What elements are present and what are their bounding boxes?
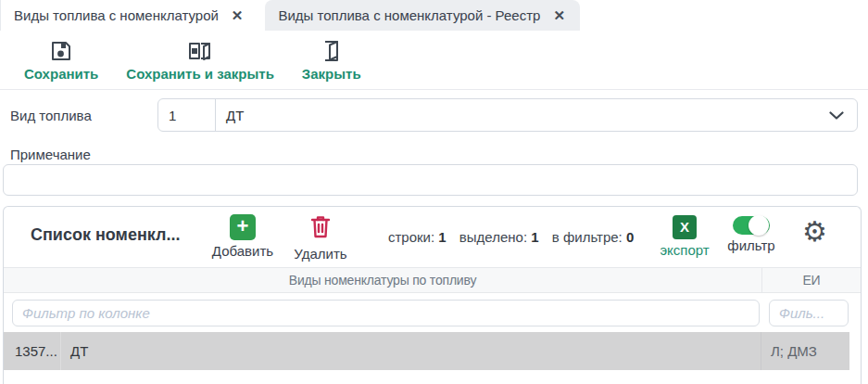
save-and-close-label: Сохранить и закрыть xyxy=(126,66,274,82)
gear-icon[interactable]: ⚙ xyxy=(802,218,827,246)
row-id-cell: 1357... xyxy=(4,332,61,370)
rows-count-label: строки: xyxy=(388,229,434,245)
column-header-unit[interactable]: ЕИ xyxy=(762,268,861,292)
column-header-nomenclature[interactable]: Виды номенклатуры по топливу xyxy=(4,268,762,292)
row-unit-cell: Л; ДМЗ xyxy=(761,332,849,370)
save-and-close-button[interactable]: Сохранить и закрыть xyxy=(126,39,274,82)
add-button[interactable]: + Добавить xyxy=(201,214,284,259)
panel-title: Список номенкл... xyxy=(31,225,180,245)
table-row[interactable]: 1357... ДТ Л; ДМЗ xyxy=(4,332,861,370)
tab-label: Виды топлива с номенклатурой - Реестр xyxy=(278,7,540,23)
in-filter-count-label: в фильтре: xyxy=(552,229,623,245)
delete-button[interactable]: Удалить xyxy=(279,214,362,262)
trash-icon xyxy=(309,214,332,243)
fuel-type-combobox[interactable]: 1 ДТ xyxy=(157,98,858,132)
table-header: Виды номенклатуры по топливу ЕИ xyxy=(4,267,861,293)
unit-filter-input[interactable] xyxy=(769,300,849,326)
fuel-type-name[interactable]: ДТ xyxy=(216,108,829,123)
fuel-type-label: Вид топлива xyxy=(10,108,92,123)
selected-count-value: 1 xyxy=(531,229,538,245)
save-icon xyxy=(49,39,73,63)
close-label: Закрыть xyxy=(302,66,361,82)
add-label: Добавить xyxy=(212,243,273,259)
tab-fuel-types[interactable]: Виды топлива с номенклатурой ✕ xyxy=(0,0,258,31)
save-label: Сохранить xyxy=(24,66,98,82)
chevron-down-icon[interactable] xyxy=(829,107,844,123)
toggle-on-icon[interactable] xyxy=(733,216,770,235)
tab-bar: Виды топлива с номенклатурой ✕ Виды топл… xyxy=(0,0,868,31)
filter-row xyxy=(4,293,861,332)
excel-icon: X xyxy=(673,215,697,239)
column-filter-input[interactable] xyxy=(12,300,760,326)
export-label: экспорт xyxy=(660,242,709,258)
save-button[interactable]: Сохранить xyxy=(24,39,98,82)
filter-toggle[interactable]: фильтр xyxy=(714,212,788,253)
delete-label: Удалить xyxy=(294,246,346,262)
grid-counters: строки: 1 выделено: 1 в фильтре: 0 xyxy=(388,229,634,245)
tab-label: Виды топлива с номенклатурой xyxy=(14,7,219,23)
tab-fuel-types-registry[interactable]: Виды топлива с номенклатурой - Реестр ✕ xyxy=(265,0,580,31)
plus-icon: + xyxy=(230,214,256,240)
rows-count-value: 1 xyxy=(438,229,446,245)
row-name-cell: ДТ xyxy=(61,343,761,359)
selected-count-label: выделено: xyxy=(459,229,527,245)
note-input[interactable] xyxy=(3,164,858,196)
close-button[interactable]: Закрыть xyxy=(302,39,361,82)
fuel-type-code[interactable]: 1 xyxy=(158,99,216,131)
filter-label: фильтр xyxy=(727,237,774,253)
door-icon xyxy=(321,39,343,63)
export-button[interactable]: X экспорт xyxy=(648,215,722,258)
panel-toolbar: Список номенкл... + Добавить Удалить стр… xyxy=(4,207,861,267)
save-and-close-icon xyxy=(187,39,213,63)
close-icon[interactable]: ✕ xyxy=(232,8,244,22)
edit-form: Вид топлива 1 ДТ Примечание xyxy=(0,91,868,207)
nomenclature-panel: Список номенкл... + Добавить Удалить стр… xyxy=(3,206,862,384)
main-toolbar: Сохранить Сохранить и закрыть Закрыть xyxy=(0,31,868,90)
close-icon[interactable]: ✕ xyxy=(553,8,565,22)
note-label: Примечание xyxy=(10,147,91,162)
scrollbar-gutter xyxy=(849,332,861,370)
in-filter-count-value: 0 xyxy=(626,229,634,245)
selected-row[interactable]: 1357... ДТ Л; ДМЗ xyxy=(4,332,849,370)
